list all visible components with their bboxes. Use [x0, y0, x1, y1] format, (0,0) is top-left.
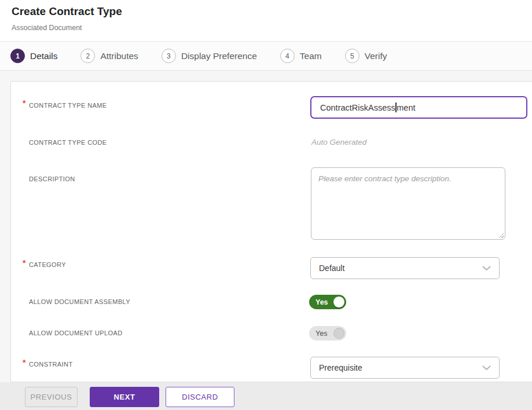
step-item-display-preference[interactable]: 3 Display Preference [162, 49, 257, 63]
step-label: Team [300, 51, 322, 61]
step-number-badge: 1 [10, 49, 25, 63]
step-number-badge: 5 [345, 49, 359, 63]
constraint-select[interactable]: Prerequisite [310, 357, 500, 379]
input-text-after-caret: ment [397, 103, 415, 112]
toggle-knob [333, 296, 344, 308]
category-label: CATEGORY [29, 261, 66, 268]
chevron-down-icon [482, 365, 491, 371]
details-form-panel: * CONTRACT TYPE NAME ContractRiskAssess … [10, 81, 532, 382]
content-background: * CONTRACT TYPE NAME ContractRiskAssess … [0, 71, 532, 382]
step-item-attributes[interactable]: 2 Attributes [80, 49, 138, 63]
step-label: Verify [365, 51, 387, 61]
chevron-down-icon [482, 266, 491, 271]
page-title: Create Contract Type [12, 5, 122, 18]
step-item-team[interactable]: 4 Team [280, 49, 322, 63]
step-label: Attributes [100, 51, 138, 61]
contract-type-name-label: CONTRACT TYPE NAME [29, 102, 107, 109]
footer-action-bar: PREVIOUS NEXT DISCARD [0, 382, 532, 410]
description-label: DESCRIPTION [29, 175, 75, 182]
required-asterisk: * [23, 358, 25, 367]
step-number-badge: 2 [80, 49, 95, 63]
step-label: Display Preference [181, 51, 257, 61]
required-asterisk: * [23, 99, 25, 107]
allow-document-upload-toggle[interactable]: Yes [309, 326, 346, 341]
step-number-badge: 4 [280, 49, 295, 63]
create-contract-type-page: Create Contract Type Associated Document… [0, 0, 532, 410]
contract-type-code-label: CONTRACT TYPE CODE [29, 139, 107, 146]
allow-document-assembly-label: ALLOW DOCUMENT ASSEMBLY [29, 298, 130, 305]
previous-button[interactable]: PREVIOUS [25, 387, 78, 407]
category-select[interactable]: Default [310, 257, 500, 279]
toggle-state-text: Yes [315, 330, 327, 338]
category-selected-value: Default [319, 263, 344, 273]
input-text-before-caret: ContractRiskAssess [320, 103, 395, 112]
constraint-selected-value: Prerequisite [319, 363, 362, 372]
allow-document-assembly-toggle[interactable]: Yes [309, 295, 346, 309]
step-item-verify[interactable]: 5 Verify [345, 49, 387, 63]
page-subtitle: Associated Document [12, 24, 82, 32]
toggle-state-text: Yes [315, 298, 328, 306]
wizard-step-bar: 1 Details 2 Attributes 3 Display Prefere… [0, 41, 532, 71]
contract-type-name-input[interactable]: ContractRiskAssess ment [310, 96, 527, 119]
step-item-details[interactable]: 1 Details [10, 49, 57, 63]
step-number-badge: 3 [162, 49, 176, 63]
step-label: Details [30, 51, 57, 61]
constraint-label: CONSTRAINT [29, 361, 73, 368]
allow-document-upload-label: ALLOW DOCUMENT UPLOAD [29, 330, 123, 336]
page-header: Create Contract Type Associated Document [0, 0, 532, 41]
toggle-knob [333, 328, 344, 339]
description-textarea[interactable] [311, 167, 505, 240]
next-button[interactable]: NEXT [90, 387, 159, 407]
contract-type-code-value: Auto Generated [311, 138, 366, 147]
required-asterisk: * [23, 259, 25, 267]
discard-button[interactable]: DISCARD [166, 387, 234, 407]
